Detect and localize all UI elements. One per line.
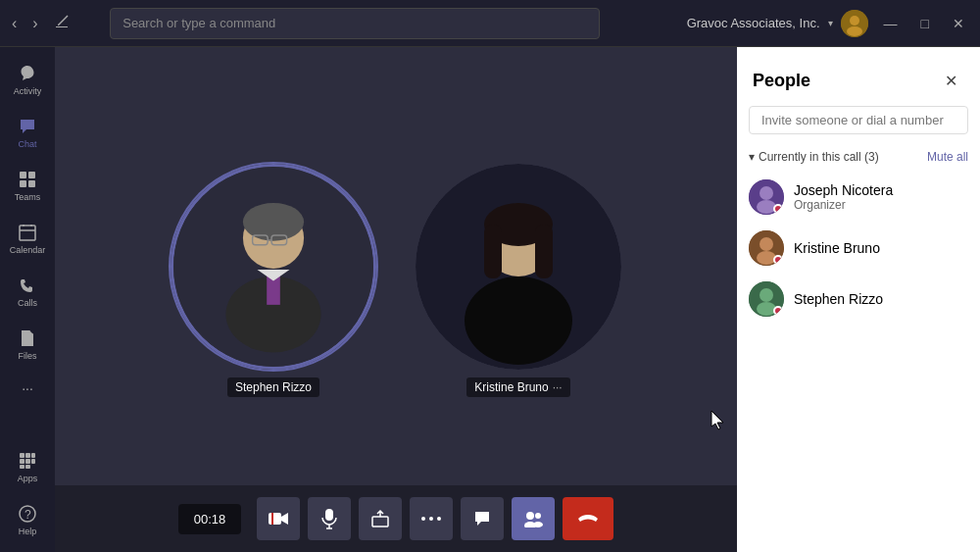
minimize-button[interactable]: — xyxy=(876,12,906,35)
svg-rect-29 xyxy=(484,225,502,278)
call-timer: 00:18 xyxy=(178,504,242,534)
chat-icon xyxy=(17,116,38,137)
call-area: Stephen Rizzo xyxy=(55,47,737,552)
participant-tile-stephen: Stephen Rizzo xyxy=(171,164,376,370)
nav-forward-button[interactable]: › xyxy=(28,11,41,36)
call-toolbar: 00:18 xyxy=(55,485,737,552)
calls-icon xyxy=(17,275,38,296)
stephen-name: Stephen Rizzo xyxy=(235,380,312,394)
sidebar-item-chat[interactable]: Chat xyxy=(4,108,51,157)
svg-rect-6 xyxy=(28,180,35,187)
svg-rect-5 xyxy=(20,180,26,187)
avatar-joseph xyxy=(749,179,784,215)
maximize-button[interactable]: □ xyxy=(913,12,937,35)
avatar-kristine-panel xyxy=(749,230,784,266)
people-panel-title: People xyxy=(753,71,810,91)
teams-icon xyxy=(17,169,38,190)
participants-button[interactable] xyxy=(512,497,555,540)
search-placeholder: Search or type a command xyxy=(122,16,275,30)
chat-label: Chat xyxy=(18,139,36,149)
joseph-info: Joseph Nicotera Organizer xyxy=(794,182,968,212)
joseph-role: Organizer xyxy=(794,198,968,212)
people-panel: People ✕ ▾ Currently in this call (3) Mu… xyxy=(737,47,980,552)
svg-rect-15 xyxy=(25,465,30,469)
sidebar-item-help[interactable]: ? Help xyxy=(4,495,51,544)
svg-point-2 xyxy=(847,26,862,36)
kristine-status-dot xyxy=(773,255,783,265)
svg-point-41 xyxy=(526,512,534,520)
share-button[interactable] xyxy=(359,497,402,540)
sidebar-item-apps[interactable]: Apps xyxy=(4,442,51,491)
close-panel-button[interactable]: ✕ xyxy=(937,67,964,94)
currently-section-label: ▾ Currently in this call (3) xyxy=(749,150,879,164)
kristine-more-icon[interactable]: ··· xyxy=(553,380,563,394)
nav-back-button[interactable]: ‹ xyxy=(8,11,21,36)
participant-video-stephen xyxy=(171,164,376,370)
svg-rect-13 xyxy=(31,459,35,464)
svg-point-46 xyxy=(760,186,773,200)
sidebar-item-calendar[interactable]: Calendar xyxy=(4,214,51,263)
kristine-name: Kristine Bruno xyxy=(474,380,548,394)
section-label-text: Currently in this call (3) xyxy=(759,150,879,164)
invite-input[interactable] xyxy=(749,106,968,134)
title-bar-right: Gravoc Associates, Inc. ▾ — □ ✕ xyxy=(687,10,972,37)
sidebar-item-activity[interactable]: Activity xyxy=(4,55,51,104)
kristine-info: Kristine Bruno xyxy=(794,240,968,256)
svg-point-44 xyxy=(533,522,543,527)
svg-point-31 xyxy=(465,276,572,365)
calendar-icon xyxy=(17,222,38,243)
svg-rect-12 xyxy=(25,459,30,464)
person-row-joseph[interactable]: Joseph Nicotera Organizer xyxy=(737,172,980,223)
kristine-name-bar: Kristine Bruno ··· xyxy=(466,377,569,397)
chat-button[interactable] xyxy=(461,497,504,540)
activity-label: Activity xyxy=(14,86,42,96)
svg-rect-34 xyxy=(325,509,333,521)
svg-point-49 xyxy=(760,237,773,251)
svg-point-43 xyxy=(535,513,541,519)
teams-label: Teams xyxy=(15,192,41,202)
close-button[interactable]: ✕ xyxy=(945,12,972,35)
svg-rect-4 xyxy=(28,172,35,178)
title-bar-nav: ‹ › xyxy=(8,10,67,37)
svg-rect-32 xyxy=(269,513,281,525)
svg-point-1 xyxy=(850,16,859,25)
collapse-chevron-icon[interactable]: ▾ xyxy=(749,150,755,164)
sidebar: Activity Chat Teams xyxy=(0,47,55,552)
svg-rect-11 xyxy=(20,459,24,464)
search-bar[interactable]: Search or type a command xyxy=(110,8,600,39)
stephen-status-dot xyxy=(773,306,783,316)
avatar-stephen xyxy=(173,167,373,367)
person-row-stephen[interactable]: Stephen Rizzo xyxy=(737,274,980,325)
person-row-kristine[interactable]: Kristine Bruno xyxy=(737,223,980,274)
end-call-button[interactable] xyxy=(563,497,613,540)
svg-rect-14 xyxy=(20,465,24,469)
user-avatar[interactable] xyxy=(841,10,868,37)
kristine-panel-name: Kristine Bruno xyxy=(794,240,968,256)
svg-rect-30 xyxy=(535,225,553,278)
svg-point-52 xyxy=(760,288,773,302)
svg-rect-8 xyxy=(20,453,24,458)
org-chevron-icon: ▾ xyxy=(828,18,833,28)
participant-video-kristine xyxy=(416,164,621,370)
sidebar-item-files[interactable]: Files xyxy=(4,320,51,369)
help-icon: ? xyxy=(17,503,38,525)
svg-text:?: ? xyxy=(24,508,31,522)
mute-all-button[interactable]: Mute all xyxy=(927,150,968,164)
avatar-kristine xyxy=(416,164,621,370)
org-name[interactable]: Gravoc Associates, Inc. xyxy=(687,16,820,30)
sidebar-item-teams[interactable]: Teams xyxy=(4,161,51,210)
compose-icon[interactable] xyxy=(50,10,74,37)
more-options-button[interactable] xyxy=(410,497,453,540)
calls-label: Calls xyxy=(18,298,37,308)
svg-rect-3 xyxy=(20,172,26,178)
sidebar-more[interactable]: ··· xyxy=(18,373,37,404)
mute-button[interactable] xyxy=(308,497,351,540)
title-bar: ‹ › Search or type a command Gravoc Asso… xyxy=(0,0,980,47)
help-label: Help xyxy=(19,527,37,536)
sidebar-item-calls[interactable]: Calls xyxy=(4,267,51,316)
video-button[interactable] xyxy=(257,497,300,540)
files-label: Files xyxy=(18,351,36,361)
stephen-name-bar: Stephen Rizzo xyxy=(227,377,319,397)
svg-rect-37 xyxy=(372,517,388,527)
apps-label: Apps xyxy=(18,474,38,483)
